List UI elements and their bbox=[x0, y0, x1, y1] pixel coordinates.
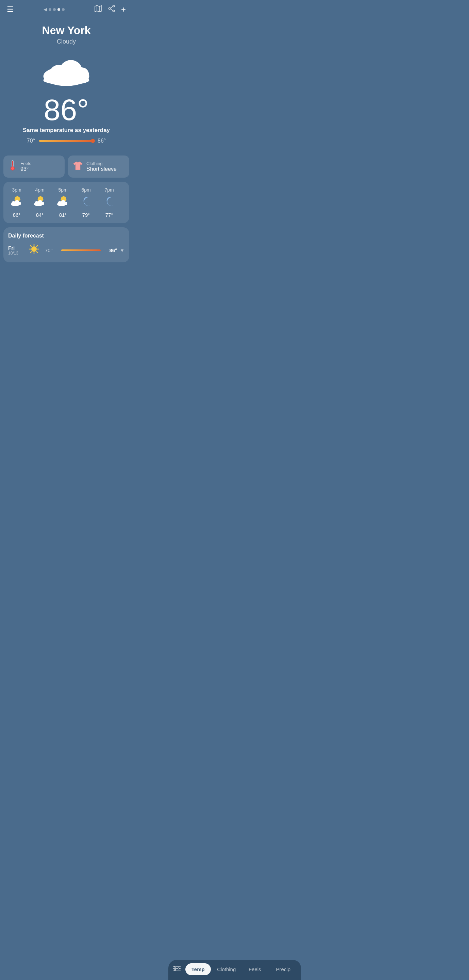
temp-compare-label: Same temperature as yesterday bbox=[7, 127, 126, 134]
svg-point-2 bbox=[113, 5, 114, 7]
feels-text: Feels 93° bbox=[21, 161, 31, 172]
weather-condition: Cloudy bbox=[7, 38, 126, 45]
shirt-icon bbox=[73, 161, 83, 172]
hour-icon bbox=[81, 195, 92, 209]
hour-temp: 86° bbox=[13, 212, 21, 218]
svg-line-19 bbox=[14, 197, 15, 197]
hour-icon bbox=[11, 195, 23, 209]
day-name: Fri bbox=[8, 245, 23, 251]
dot-3[interactable] bbox=[57, 8, 60, 11]
day-low: 70° bbox=[45, 247, 57, 253]
svg-point-36 bbox=[41, 202, 44, 205]
svg-line-40 bbox=[66, 197, 66, 197]
day-chevron-icon[interactable]: ▼ bbox=[120, 248, 124, 253]
svg-point-15 bbox=[11, 167, 14, 170]
daily-title: Daily forecast bbox=[8, 233, 124, 239]
svg-point-4 bbox=[113, 10, 114, 12]
menu-icon[interactable]: ☰ bbox=[7, 5, 14, 14]
daily-row[interactable]: Fri 10/13 70° 86° ▼ bbox=[8, 243, 124, 257]
hourly-section: 3pm bbox=[3, 182, 129, 223]
hour-temp: 79° bbox=[82, 212, 90, 218]
temp-low: 70° bbox=[27, 138, 35, 144]
hour-item: 5pm 81° bbox=[53, 187, 73, 218]
clothing-label: Clothing bbox=[86, 161, 117, 166]
hour-item: 7pm 77° bbox=[99, 187, 119, 218]
day-range-bar bbox=[61, 250, 101, 251]
svg-point-11 bbox=[43, 76, 89, 85]
clothing-text: Clothing Short sleeve bbox=[86, 161, 117, 172]
svg-line-39 bbox=[61, 197, 62, 197]
top-bar: ☰ ◀ bbox=[0, 0, 133, 18]
hour-temp: 77° bbox=[105, 212, 113, 218]
svg-line-53 bbox=[37, 252, 38, 253]
svg-rect-13 bbox=[12, 161, 13, 166]
current-temperature: 86° bbox=[7, 95, 126, 125]
svg-point-3 bbox=[108, 8, 110, 10]
svg-point-47 bbox=[31, 247, 37, 252]
nav-arrow-icon: ◀ bbox=[43, 7, 47, 12]
day-date: Fri 10/13 bbox=[8, 245, 23, 256]
feels-like-card[interactable]: Feels 93° bbox=[3, 156, 65, 178]
hour-label: 7pm bbox=[104, 187, 114, 192]
svg-point-26 bbox=[17, 202, 21, 205]
temp-range-bar: 70° 86° bbox=[7, 138, 126, 144]
svg-line-30 bbox=[43, 197, 43, 197]
map-icon[interactable] bbox=[95, 5, 102, 14]
dot-2[interactable] bbox=[53, 8, 56, 11]
stat-cards: Feels 93° Clothing Short sleeve bbox=[0, 156, 133, 182]
hour-item: 3pm bbox=[7, 187, 27, 218]
temp-high: 86° bbox=[98, 138, 106, 144]
hour-temp: 81° bbox=[59, 212, 67, 218]
clothing-value: Short sleeve bbox=[86, 166, 117, 172]
hour-icon bbox=[104, 195, 114, 209]
feels-label: Feels bbox=[21, 161, 31, 166]
weather-icon bbox=[7, 51, 126, 89]
add-icon[interactable]: + bbox=[121, 5, 126, 14]
hourly-scroll[interactable]: 3pm bbox=[7, 187, 126, 218]
hour-temp: 84° bbox=[36, 212, 44, 218]
svg-point-46 bbox=[64, 202, 67, 205]
svg-line-52 bbox=[30, 246, 32, 247]
range-bar bbox=[39, 140, 94, 142]
day-date-sub: 10/13 bbox=[8, 251, 23, 256]
svg-line-54 bbox=[37, 246, 38, 247]
dot-4[interactable] bbox=[62, 8, 65, 11]
hour-label: 3pm bbox=[12, 187, 21, 192]
hour-label: 6pm bbox=[81, 187, 91, 192]
day-high: 86° bbox=[105, 247, 117, 253]
hour-label: 4pm bbox=[35, 187, 44, 192]
svg-line-29 bbox=[38, 197, 38, 197]
city-name: New York bbox=[7, 24, 126, 37]
hour-icon bbox=[57, 195, 69, 209]
svg-line-55 bbox=[30, 252, 32, 253]
daily-section: Daily forecast Fri 10/13 70° bbox=[3, 227, 129, 262]
svg-line-20 bbox=[19, 197, 20, 197]
svg-line-5 bbox=[110, 6, 113, 8]
clothing-card[interactable]: Clothing Short sleeve bbox=[68, 156, 129, 178]
hour-item: 8pm 75° bbox=[122, 187, 126, 218]
thermometer-icon bbox=[8, 159, 17, 173]
feels-value: 93° bbox=[21, 166, 31, 172]
hour-label: 5pm bbox=[58, 187, 67, 192]
share-icon[interactable] bbox=[108, 5, 115, 14]
hour-item: 6pm 79° bbox=[76, 187, 96, 218]
page-dots: ◀ bbox=[43, 7, 65, 12]
day-icon bbox=[29, 243, 40, 257]
main-weather-card: New York Cloudy 86° Same temperature as … bbox=[0, 18, 133, 156]
svg-line-6 bbox=[110, 9, 113, 11]
hour-item: 4pm 84° bbox=[30, 187, 50, 218]
hour-icon bbox=[34, 195, 46, 209]
dot-1[interactable] bbox=[49, 8, 51, 11]
